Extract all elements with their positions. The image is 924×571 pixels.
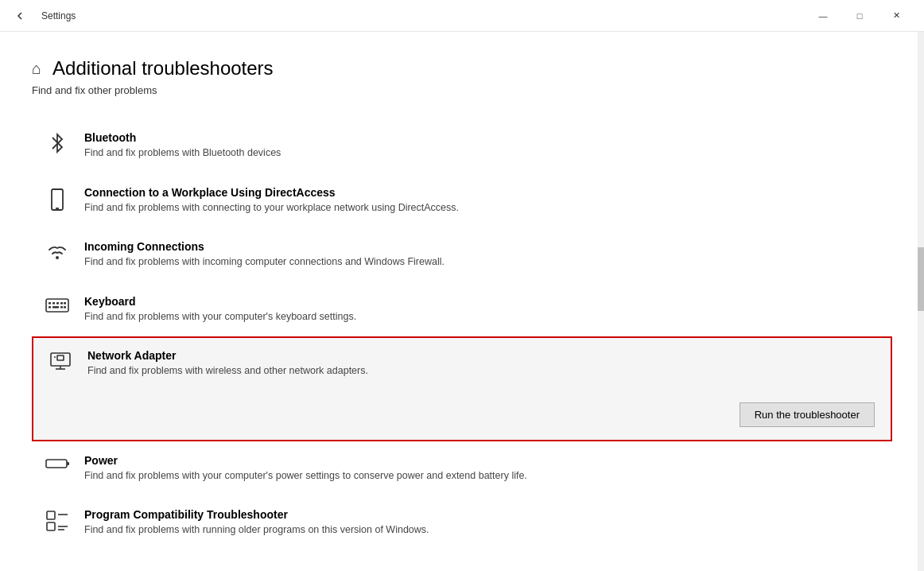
run-troubleshooter-button[interactable]: Run the troubleshooter xyxy=(740,402,875,427)
titlebar-left: Settings xyxy=(10,5,76,27)
keyboard-item[interactable]: Keyboard Find and fix problems with your… xyxy=(32,282,892,337)
network-adapter-item-top: Network Adapter Find and fix problems wi… xyxy=(46,349,878,379)
svg-rect-4 xyxy=(49,302,51,305)
directaccess-text: Connection to a Workplace Using DirectAc… xyxy=(84,186,881,216)
program-compat-item[interactable]: Program Compatibility Troubleshooter Fin… xyxy=(32,495,892,550)
network-adapter-item[interactable]: Network Adapter Find and fix problems wi… xyxy=(32,336,892,441)
phone-icon xyxy=(43,186,72,212)
network-adapter-action: Run the troubleshooter xyxy=(46,402,878,427)
page-subtitle: Find and fix other problems xyxy=(32,84,892,96)
network-adapter-icon xyxy=(46,349,75,371)
bluetooth-item[interactable]: Bluetooth Find and fix problems with Blu… xyxy=(32,118,892,173)
power-text: Power Find and fix problems with your co… xyxy=(84,454,881,484)
back-button[interactable] xyxy=(10,5,32,27)
program-compat-name: Program Compatibility Troubleshooter xyxy=(84,508,881,521)
scrollbar-track[interactable] xyxy=(918,32,924,571)
bluetooth-name: Bluetooth xyxy=(84,131,881,144)
svg-rect-5 xyxy=(52,302,55,305)
power-desc: Find and fix problems with your computer… xyxy=(84,469,881,484)
svg-rect-8 xyxy=(64,302,66,305)
page-title: Additional troubleshooters xyxy=(52,57,274,80)
svg-rect-9 xyxy=(49,306,51,309)
keyboard-text: Keyboard Find and fix problems with your… xyxy=(84,295,881,324)
maximize-button[interactable]: □ xyxy=(841,0,878,32)
keyboard-name: Keyboard xyxy=(84,295,881,308)
titlebar-title: Settings xyxy=(41,10,76,21)
bluetooth-desc: Find and fix problems with Bluetooth dev… xyxy=(84,146,881,161)
window-controls: — □ ✕ xyxy=(805,0,914,32)
network-adapter-text: Network Adapter Find and fix problems wi… xyxy=(87,349,878,379)
power-icon xyxy=(43,454,72,472)
signal-icon xyxy=(43,240,72,261)
svg-rect-11 xyxy=(60,306,63,309)
power-item[interactable]: Power Find and fix problems with your co… xyxy=(32,441,892,496)
power-name: Power xyxy=(84,454,881,467)
svg-rect-17 xyxy=(57,355,64,360)
incoming-desc: Find and fix problems with incoming comp… xyxy=(84,255,881,270)
network-adapter-desc: Find and fix problems with wireless and … xyxy=(87,364,878,379)
bluetooth-item-top: Bluetooth Find and fix problems with Blu… xyxy=(43,131,881,161)
directaccess-item[interactable]: Connection to a Workplace Using DirectAc… xyxy=(32,173,892,228)
power-item-top: Power Find and fix problems with your co… xyxy=(43,454,881,484)
bluetooth-icon xyxy=(43,131,72,153)
program-compat-item-top: Program Compatibility Troubleshooter Fin… xyxy=(43,508,881,538)
titlebar: Settings — □ ✕ xyxy=(0,0,924,32)
troubleshooter-list: Bluetooth Find and fix problems with Blu… xyxy=(32,118,892,550)
program-compat-text: Program Compatibility Troubleshooter Fin… xyxy=(84,508,881,538)
svg-rect-12 xyxy=(64,306,66,309)
scrollbar-thumb[interactable] xyxy=(918,247,924,311)
incoming-text: Incoming Connections Find and fix proble… xyxy=(84,240,881,270)
directaccess-desc: Find and fix problems with connecting to… xyxy=(84,201,881,216)
incoming-name: Incoming Connections xyxy=(84,240,881,253)
network-adapter-name: Network Adapter xyxy=(87,349,878,362)
svg-rect-6 xyxy=(56,302,59,305)
incoming-item-top: Incoming Connections Find and fix proble… xyxy=(43,240,881,270)
close-button[interactable]: ✕ xyxy=(878,0,914,32)
directaccess-name: Connection to a Workplace Using DirectAc… xyxy=(84,186,881,199)
bluetooth-text: Bluetooth Find and fix problems with Blu… xyxy=(84,131,881,161)
incoming-item[interactable]: Incoming Connections Find and fix proble… xyxy=(32,227,892,282)
page-header: ⌂ Additional troubleshooters xyxy=(32,57,892,80)
svg-rect-10 xyxy=(52,306,59,309)
svg-point-2 xyxy=(56,256,59,259)
svg-rect-3 xyxy=(46,299,68,312)
directaccess-item-top: Connection to a Workplace Using DirectAc… xyxy=(43,186,881,216)
svg-rect-20 xyxy=(47,511,55,519)
keyboard-item-top: Keyboard Find and fix problems with your… xyxy=(43,295,881,324)
home-icon: ⌂ xyxy=(32,60,41,78)
minimize-button[interactable]: — xyxy=(805,0,841,32)
main-scroll[interactable]: ⌂ Additional troubleshooters Find and fi… xyxy=(0,32,924,571)
svg-rect-19 xyxy=(67,462,69,465)
keyboard-icon xyxy=(43,295,72,314)
program-compat-desc: Find and fix problems with running older… xyxy=(84,523,881,538)
svg-rect-18 xyxy=(46,460,67,468)
keyboard-desc: Find and fix problems with your computer… xyxy=(84,310,881,324)
content-area: ⌂ Additional troubleshooters Find and fi… xyxy=(0,32,924,571)
list-icon xyxy=(43,508,72,532)
svg-rect-22 xyxy=(47,522,55,530)
svg-rect-7 xyxy=(60,302,63,305)
svg-rect-0 xyxy=(52,189,63,210)
